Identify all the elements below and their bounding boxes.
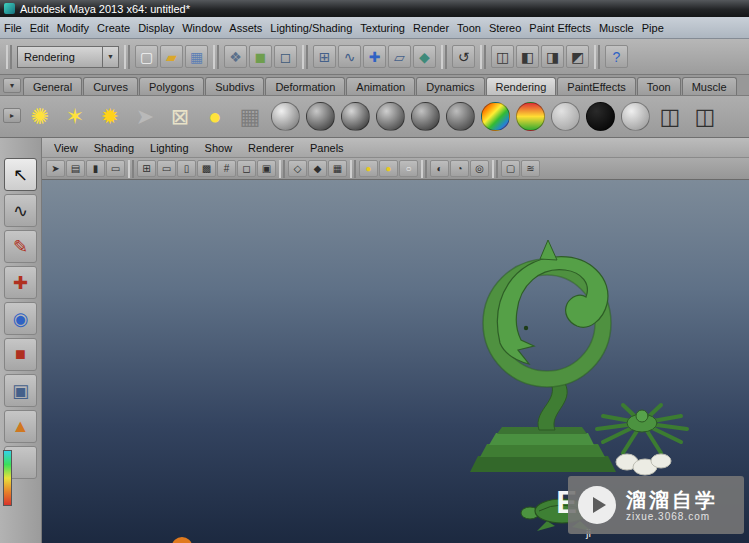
xray-icon[interactable]: ◔ xyxy=(450,160,469,177)
select-component-icon[interactable]: ◻ xyxy=(274,45,297,68)
panel-menu-panels[interactable]: Panels xyxy=(302,140,352,156)
field-chart-icon[interactable]: # xyxy=(217,160,236,177)
new-scene-icon[interactable]: ▢ xyxy=(135,45,158,68)
textured-icon[interactable]: ▦ xyxy=(328,160,347,177)
lambert-material-icon[interactable] xyxy=(303,100,337,134)
grid-toggle-icon[interactable]: ⊞ xyxy=(137,160,156,177)
rotate-tool[interactable]: ◉ xyxy=(4,302,37,335)
viewport-renderer-icon[interactable]: ▢ xyxy=(501,160,520,177)
default-light-icon[interactable]: ○ xyxy=(399,160,418,177)
shelf-tab-polygons[interactable]: Polygons xyxy=(139,77,204,95)
shelf-menu-button[interactable]: ▸ xyxy=(3,108,21,123)
shadows-icon[interactable]: ◐ xyxy=(430,160,449,177)
bookmark-icon[interactable]: ▮ xyxy=(86,160,105,177)
menu-item[interactable]: Render xyxy=(409,19,453,37)
menu-item[interactable]: Edit xyxy=(26,19,53,37)
render-globals-icon[interactable]: ◫ xyxy=(653,100,687,134)
env-ball-icon[interactable] xyxy=(268,100,302,134)
surface-shader-icon[interactable] xyxy=(548,100,582,134)
menu-item[interactable]: Pipe xyxy=(638,19,668,37)
spot-light-icon[interactable]: ✶ xyxy=(58,100,92,134)
use-background-icon[interactable] xyxy=(618,100,652,134)
move-tool[interactable]: ✚ xyxy=(4,266,37,299)
ramp-material-icon[interactable] xyxy=(513,100,547,134)
panel-menu-view[interactable]: View xyxy=(46,140,86,156)
shelf-tab-painteffects[interactable]: PaintEffects xyxy=(557,77,636,95)
image-plane-icon[interactable]: ▭ xyxy=(106,160,125,177)
shelf-tab-toon[interactable]: Toon xyxy=(637,77,681,95)
safe-title-icon[interactable]: ▣ xyxy=(257,160,276,177)
shelf-tab-rendering[interactable]: Rendering xyxy=(486,77,557,95)
snap-plane-icon[interactable]: ▱ xyxy=(388,45,411,68)
share-view-icon[interactable]: ≋ xyxy=(521,160,540,177)
shelf-tab-general[interactable]: General xyxy=(23,77,82,95)
ipr-render-icon[interactable]: ◨ xyxy=(541,45,564,68)
scale-tool[interactable]: ■ xyxy=(4,338,37,371)
shelf-tab-muscle[interactable]: Muscle xyxy=(682,77,737,95)
snap-curve-icon[interactable]: ∿ xyxy=(338,45,361,68)
shelf-tab-deformation[interactable]: Deformation xyxy=(265,77,345,95)
select-tool[interactable]: ↖ xyxy=(4,158,37,191)
phonge-material-icon[interactable] xyxy=(408,100,442,134)
menu-set-dropdown[interactable]: Rendering ▼ xyxy=(17,46,119,68)
area-light-icon[interactable]: ⊠ xyxy=(163,100,197,134)
batch-render-icon[interactable]: ◫ xyxy=(688,100,722,134)
select-object-icon[interactable]: ◼ xyxy=(249,45,272,68)
menu-item[interactable]: Display xyxy=(134,19,178,37)
universal-manipulator-tool[interactable]: ▣ xyxy=(4,374,37,407)
shelf-tab-subdivs[interactable]: Subdivs xyxy=(205,77,264,95)
color-gradient-bar[interactable] xyxy=(3,450,12,506)
select-hierarchy-icon[interactable]: ❖ xyxy=(224,45,247,68)
construction-history-icon[interactable]: ↺ xyxy=(452,45,475,68)
phong-material-icon[interactable] xyxy=(373,100,407,134)
panel-menu-renderer[interactable]: Renderer xyxy=(240,140,302,156)
light-linking-icon[interactable]: ▦ xyxy=(233,100,267,134)
snap-point-icon[interactable]: ✚ xyxy=(363,45,386,68)
two-sided-lighting-icon[interactable]: ● xyxy=(379,160,398,177)
menu-item[interactable]: Muscle xyxy=(595,19,638,37)
render-settings-icon[interactable]: ◩ xyxy=(566,45,589,68)
shelf-tab-curves[interactable]: Curves xyxy=(83,77,138,95)
use-all-lights-icon[interactable]: ● xyxy=(359,160,378,177)
film-gate-icon[interactable]: ▭ xyxy=(157,160,176,177)
isolate-select-icon[interactable]: ◎ xyxy=(470,160,489,177)
snap-grid-icon[interactable]: ⊞ xyxy=(313,45,336,68)
menu-item[interactable]: Lighting/Shading xyxy=(266,19,356,37)
help-icon[interactable]: ? xyxy=(605,45,628,68)
select-camera-icon[interactable]: ➤ xyxy=(46,160,65,177)
panel-menu-show[interactable]: Show xyxy=(197,140,241,156)
spider-plant[interactable] xyxy=(597,405,687,453)
shelf-tab-menu-button[interactable]: ▾ xyxy=(3,78,21,93)
directional-light-icon[interactable]: ✹ xyxy=(93,100,127,134)
paint-select-tool[interactable]: ✎ xyxy=(4,230,37,263)
menu-item[interactable]: File xyxy=(0,19,26,37)
ambient-light-icon[interactable]: ● xyxy=(198,100,232,134)
menu-item[interactable]: Modify xyxy=(53,19,93,37)
volume-light-icon[interactable]: ➤ xyxy=(128,100,162,134)
make-live-icon[interactable]: ◆ xyxy=(413,45,436,68)
shaded-icon[interactable]: ◆ xyxy=(308,160,327,177)
resolution-gate-icon[interactable]: ▯ xyxy=(177,160,196,177)
render-current-frame-icon[interactable]: ◧ xyxy=(516,45,539,68)
panel-menu-shading[interactable]: Shading xyxy=(86,140,142,156)
soft-modification-tool[interactable]: ▲ xyxy=(4,410,37,443)
panel-menu-lighting[interactable]: Lighting xyxy=(142,140,197,156)
lasso-select-tool[interactable]: ∿ xyxy=(4,194,37,227)
viewport[interactable]: E ji 溜溜自学 zixue.3068.com xyxy=(42,180,749,543)
shelf-tab-animation[interactable]: Animation xyxy=(346,77,415,95)
menu-item[interactable]: Window xyxy=(178,19,225,37)
shading-map-icon[interactable] xyxy=(583,100,617,134)
toolbar-grip[interactable] xyxy=(6,45,12,69)
shelf-tab-dynamics[interactable]: Dynamics xyxy=(416,77,484,95)
menu-item[interactable]: Assets xyxy=(225,19,266,37)
menu-item[interactable]: Stereo xyxy=(485,19,525,37)
open-scene-icon[interactable]: ▰ xyxy=(160,45,183,68)
menu-item[interactable]: Texturing xyxy=(356,19,409,37)
gate-mask-icon[interactable]: ▩ xyxy=(197,160,216,177)
dolphin-ring-statue[interactable] xyxy=(470,240,616,472)
menu-item[interactable]: Create xyxy=(93,19,134,37)
safe-action-icon[interactable]: ◻ xyxy=(237,160,256,177)
rainbow-material-icon[interactable] xyxy=(478,100,512,134)
camera-attributes-icon[interactable]: ▤ xyxy=(66,160,85,177)
point-light-icon[interactable]: ✺ xyxy=(23,100,57,134)
